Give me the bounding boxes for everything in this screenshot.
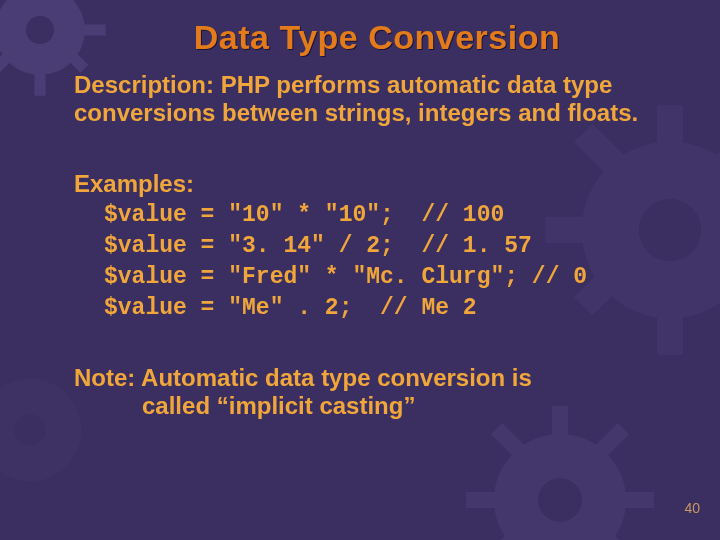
- note-line: called “implicit casting”: [74, 392, 415, 419]
- slide-content: Data Type Conversion Description: PHP pe…: [0, 0, 720, 540]
- code-line: $value = "Me" . 2; // Me 2: [104, 295, 477, 321]
- code-line: $value = "Fred" * "Mc. Clurg"; // 0: [104, 264, 587, 290]
- note-line: Note: Automatic data type conversion is: [74, 364, 532, 391]
- note-text: Note: Automatic data type conversion is …: [74, 364, 680, 421]
- code-line: $value = "3. 14" / 2; // 1. 57: [104, 233, 532, 259]
- examples-label: Examples:: [74, 170, 680, 198]
- description-text: Description: PHP performs automatic data…: [74, 71, 680, 128]
- slide-title: Data Type Conversion: [74, 18, 680, 57]
- code-block: $value = "10" * "10"; // 100 $value = "3…: [74, 200, 680, 324]
- code-line: $value = "10" * "10"; // 100: [104, 202, 504, 228]
- page-number: 40: [684, 500, 700, 516]
